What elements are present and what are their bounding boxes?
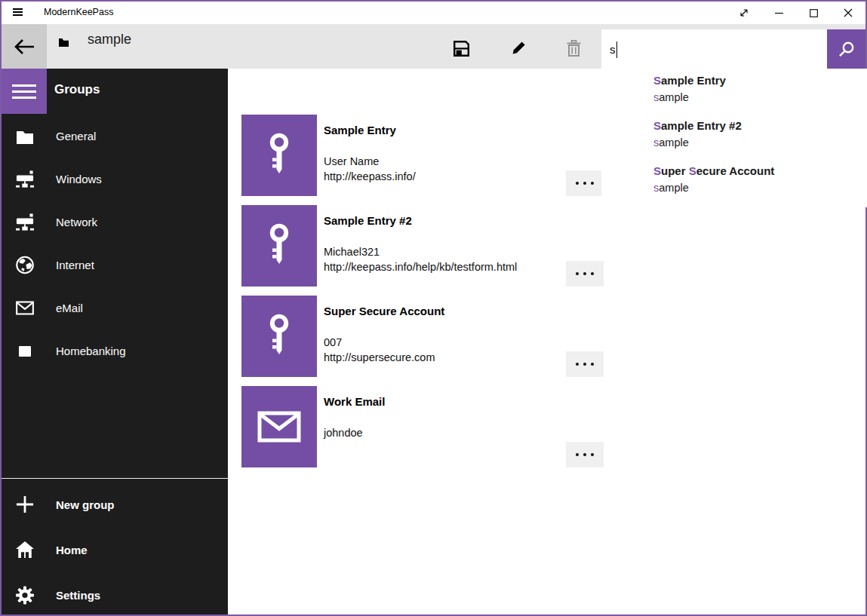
key-icon bbox=[262, 313, 297, 360]
groups-heading: Groups bbox=[54, 82, 100, 97]
entry-row[interactable]: Sample Entry #2 Michael321http://keepass… bbox=[241, 205, 830, 287]
close-icon bbox=[844, 8, 853, 17]
nav-hamburger-button[interactable] bbox=[2, 69, 47, 114]
app-title: ModernKeePass bbox=[44, 7, 113, 17]
window-controls bbox=[727, 2, 865, 24]
entry-details: User Namehttp://keepass.info/ bbox=[324, 154, 416, 184]
suggestion-title: Sample Entry bbox=[653, 73, 726, 88]
entry-title: Sample Entry #2 bbox=[324, 214, 412, 227]
more-button[interactable] bbox=[566, 170, 604, 196]
maximize-icon bbox=[810, 9, 818, 17]
entry-title: Sample Entry bbox=[324, 124, 396, 136]
minimize-icon bbox=[775, 9, 783, 17]
suggestion-item[interactable]: Sample Entry sample bbox=[653, 73, 726, 105]
sidebar-item-homebanking[interactable]: Homebanking bbox=[2, 329, 228, 372]
magnifier-icon bbox=[838, 41, 855, 58]
suggestion-item[interactable]: Super Secure Account sample bbox=[653, 164, 774, 195]
sidebar-item-label: Internet bbox=[56, 259, 94, 271]
sidebar: Groups General Windows Network bbox=[2, 69, 228, 614]
key-icon bbox=[262, 222, 297, 269]
entry-title: Work Email bbox=[324, 395, 385, 408]
suggestion-subtitle: sample bbox=[653, 135, 742, 150]
save-button[interactable] bbox=[452, 39, 470, 57]
header-bar: sample s bbox=[2, 24, 865, 69]
entry-username: Michael321 bbox=[324, 244, 517, 259]
entry-tile bbox=[241, 205, 317, 287]
sidebar-item-general[interactable]: General bbox=[2, 115, 228, 158]
groups-list: General Windows Network bbox=[2, 115, 228, 372]
more-button[interactable] bbox=[566, 442, 604, 467]
sidebar-item-label: eMail bbox=[56, 302, 83, 314]
entry-row[interactable]: Work Email johndoe bbox=[241, 386, 830, 467]
search-input[interactable]: s bbox=[601, 29, 827, 69]
entry-row[interactable]: Super Secure Account 007http://supersecu… bbox=[241, 296, 830, 377]
new-group-button[interactable]: New group bbox=[2, 482, 228, 527]
entry-details: 007http://supersecure.com bbox=[324, 335, 435, 365]
folder-icon bbox=[59, 36, 69, 50]
folder-icon bbox=[16, 127, 34, 146]
sidebar-item-windows[interactable]: Windows bbox=[2, 158, 228, 201]
network-icon bbox=[16, 213, 34, 232]
entry-username: johndoe bbox=[324, 425, 363, 440]
entry-username: 007 bbox=[324, 335, 435, 350]
key-icon bbox=[262, 132, 297, 179]
search-button[interactable] bbox=[827, 29, 865, 69]
entry-list: Sample Entry User Namehttp://keepass.inf… bbox=[228, 69, 865, 614]
more-button[interactable] bbox=[566, 351, 604, 377]
back-button[interactable] bbox=[2, 24, 47, 69]
save-icon bbox=[453, 41, 469, 57]
maximize-button[interactable] bbox=[796, 2, 831, 24]
hamburger-icon[interactable] bbox=[13, 8, 23, 17]
fullscreen-button[interactable] bbox=[727, 2, 761, 24]
entry-details: johndoe bbox=[324, 425, 363, 440]
entry-username: User Name bbox=[324, 154, 416, 169]
sidebar-item-email[interactable]: eMail bbox=[2, 287, 228, 329]
sidebar-item-internet[interactable]: Internet bbox=[2, 244, 228, 287]
entry-tile bbox=[241, 296, 317, 377]
sidebar-item-label: Network bbox=[56, 216, 97, 228]
sidebar-item-label: Settings bbox=[56, 589, 100, 602]
trash-icon bbox=[567, 40, 581, 57]
back-arrow-icon bbox=[13, 37, 35, 57]
entry-url: http://keepass.info/help/kb/testform.htm… bbox=[324, 259, 517, 274]
sidebar-item-label: New group bbox=[56, 498, 115, 511]
sidebar-item-network[interactable]: Network bbox=[2, 201, 228, 244]
database-name: sample bbox=[88, 32, 131, 48]
titlebar: ModernKeePass bbox=[2, 2, 865, 24]
entry-details: Michael321http://keepass.info/help/kb/te… bbox=[324, 244, 517, 274]
home-button[interactable]: Home bbox=[2, 527, 228, 572]
globe-icon bbox=[16, 256, 34, 275]
suggestion-item[interactable]: Sample Entry #2 sample bbox=[653, 118, 742, 150]
square-icon bbox=[16, 342, 34, 361]
suggestion-title: Sample Entry #2 bbox=[653, 118, 742, 133]
sidebar-item-label: Homebanking bbox=[56, 345, 126, 357]
close-button[interactable] bbox=[831, 2, 865, 24]
more-button[interactable] bbox=[566, 261, 604, 287]
entry-url: http://keepass.info/ bbox=[324, 169, 416, 184]
suggestion-title: Super Secure Account bbox=[653, 164, 774, 179]
delete-button[interactable] bbox=[564, 39, 583, 57]
sidebar-footer: New group Home bbox=[2, 482, 228, 616]
plus-icon bbox=[16, 495, 34, 514]
entry-url: http://supersecure.com bbox=[324, 350, 435, 365]
envelope-icon bbox=[16, 299, 34, 318]
entry-tile bbox=[241, 115, 317, 196]
gear-icon bbox=[16, 585, 34, 605]
search-suggestions: Sample Entry sample Sample Entry #2 samp… bbox=[601, 69, 867, 207]
minimize-button[interactable] bbox=[761, 2, 796, 24]
suggestion-subtitle: sample bbox=[653, 90, 726, 105]
app-window: ModernKeePass sample bbox=[0, 0, 867, 616]
settings-button[interactable]: Settings bbox=[2, 572, 228, 616]
network-icon bbox=[16, 170, 34, 189]
entry-title: Super Secure Account bbox=[324, 305, 444, 317]
diagonal-arrows-icon bbox=[738, 7, 750, 19]
entry-tile bbox=[241, 386, 317, 467]
sidebar-item-label: Home bbox=[56, 544, 88, 556]
sidebar-item-label: Windows bbox=[56, 173, 102, 185]
sidebar-separator bbox=[2, 478, 228, 479]
edit-button[interactable] bbox=[509, 39, 527, 57]
home-icon bbox=[16, 540, 34, 559]
text-caret bbox=[616, 41, 618, 58]
pencil-icon bbox=[510, 40, 527, 57]
suggestion-subtitle: sample bbox=[653, 180, 774, 195]
